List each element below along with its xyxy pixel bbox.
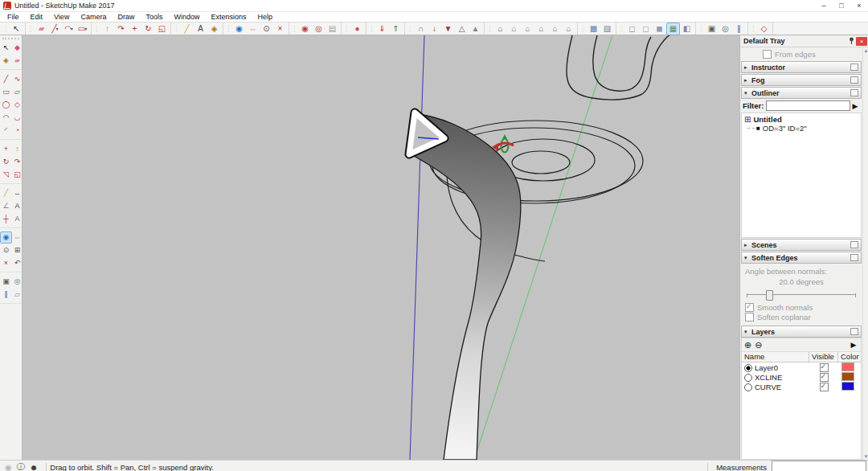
line-dropdown-arrow-icon[interactable]: ▾ [56,26,59,31]
fog-window-button[interactable] [850,76,858,84]
drape-button[interactable]: ▼ [441,23,455,35]
orbit-tool[interactable]: ◉ [0,231,12,244]
menu-file[interactable]: File [2,12,25,22]
outliner-filter-input[interactable] [766,100,850,111]
tray-close-button[interactable]: × [856,37,867,46]
angle-slider[interactable] [747,289,856,299]
layer-visible-checkbox[interactable] [820,373,829,382]
panel-outliner[interactable]: ▾ Outliner [741,87,862,99]
freehand-tool[interactable]: ∿ [11,73,23,85]
arc-tool[interactable]: ◠ [0,112,12,124]
position-camera-tool[interactable]: ▣ [0,276,12,288]
view-back-button[interactable]: ⌂ [548,23,562,35]
select-tool[interactable]: ↖ [0,42,12,54]
menu-help[interactable]: Help [252,12,278,22]
walk-tool[interactable]: ∥ [0,289,12,301]
arc-dropdown-arrow-icon[interactable]: ▾ [71,26,73,31]
sign-in-icon[interactable]: ☻ [30,463,39,471]
from-scratch-button[interactable]: ⇑ [389,23,403,35]
look-around-tool[interactable]: ◎ [11,276,23,288]
zoom-window-tool[interactable]: ⊞ [11,244,23,256]
follow-me-tool[interactable]: ↷ [11,156,23,168]
text-button[interactable]: A [194,23,207,35]
close-button[interactable]: × [850,0,868,11]
panel-layers[interactable]: ▾ Layers [741,326,862,338]
hidden-line-button[interactable]: ◻ [639,23,653,35]
layer-visible-checkbox[interactable] [820,363,829,372]
add-location-button[interactable]: ◉ [298,23,312,35]
shaded-button[interactable]: ◼ [653,23,666,35]
look-around-button[interactable]: ◎ [719,23,732,35]
from-edges-checkbox[interactable] [763,50,772,59]
instructor-window-button[interactable] [850,63,858,71]
push-pull-button[interactable]: ↑ [100,23,114,35]
add-detail-button[interactable]: △ [455,23,469,35]
zoom-extents-tool[interactable]: × [0,257,12,269]
back-edges-button[interactable]: ▨ [600,23,614,35]
soften-coplanar-checkbox[interactable] [745,313,754,322]
x-ray-button[interactable]: ▩ [587,23,600,35]
panel-fog[interactable]: ▸ Fog [741,74,862,86]
rotate-tool[interactable]: ↻ [0,156,12,168]
clear-location-button[interactable]: ◎ [312,23,326,35]
eraser-button[interactable]: ▰ [35,23,48,35]
rectangle-tool[interactable]: ▭ [0,86,12,98]
view-top-button[interactable]: ⌂ [507,23,521,35]
monochrome-button[interactable]: ◧ [680,23,694,35]
two-point-arc-tool[interactable]: ◡ [11,112,23,124]
protractor-tool[interactable]: ∠ [0,200,12,212]
shapes-button[interactable]: ▭▾ [76,23,89,35]
stamp-button[interactable]: ↓ [428,23,441,35]
line-tool[interactable]: ╱ [0,73,12,85]
text-tool[interactable]: A [11,200,23,212]
scale-tool[interactable]: ◹ [0,169,12,181]
pan-tool[interactable]: ⇔ [11,231,23,244]
scroll-down-icon[interactable]: ▼ [864,453,868,460]
layer-visible-checkbox[interactable] [820,383,829,391]
panel-instructor[interactable]: ▸ Instructor [741,61,862,73]
menu-edit[interactable]: Edit [25,12,49,22]
soften-edges-window-button[interactable] [850,254,858,261]
preview-model-in-google-earth-button[interactable]: ● [350,23,364,35]
line-button[interactable]: ╱▾ [48,23,62,35]
model-canvas[interactable] [23,35,739,460]
pin-icon[interactable] [846,37,856,46]
from-contours-button[interactable]: ⇓ [375,23,389,35]
photo-textures-button[interactable]: ▤ [326,23,339,35]
layer-color-swatch[interactable] [841,382,854,391]
layer-current-radio[interactable] [744,374,752,382]
section-plane-tool[interactable]: ▱ [11,289,23,301]
view-left-button[interactable]: ⌂ [562,23,575,35]
make-component-tool[interactable]: ◆ [11,42,23,54]
slider-thumb[interactable] [766,290,773,301]
arc-button[interactable]: ◠▾ [62,23,76,35]
smoove-button[interactable]: ∩ [414,23,428,35]
rotate-button[interactable]: ↻ [141,23,155,35]
section-plane-button[interactable]: ◇ [757,23,771,35]
follow-me-button[interactable]: ↷ [114,23,128,35]
dimension-tool[interactable]: ↔ [11,187,23,199]
layer-current-radio[interactable] [744,364,752,372]
wireframe-button[interactable]: ◻ [625,23,639,35]
scenes-window-button[interactable] [850,241,858,248]
push-pull-tool[interactable]: ↑ [11,143,23,155]
delete-layer-button[interactable]: ⊖ [755,340,762,350]
walk-button[interactable]: ∥ [732,23,746,35]
move-tool[interactable]: + [0,143,12,155]
smooth-normals-checkbox[interactable] [745,303,754,312]
3d-text-tool[interactable]: A [11,213,23,225]
outliner-root-item[interactable]: ⊞ Untitled [744,115,858,124]
zoom-extents-button[interactable]: × [273,23,287,35]
layers-details-button[interactable]: ▶ [849,341,858,349]
select-button[interactable]: ↖ [10,23,23,35]
outliner-details-button[interactable]: ▶ [850,102,860,110]
offset-tool[interactable]: ◱ [11,169,23,181]
layer-row[interactable]: CURVE [742,382,861,391]
layers-window-button[interactable] [850,328,858,335]
outliner-item[interactable]: ■OD=3" ID=2" [747,124,858,133]
axes-tool[interactable]: ┼ [0,213,12,225]
pan-button[interactable]: ⇔ [246,23,260,35]
eraser-tool[interactable]: ▰ [11,55,23,67]
orbit-button[interactable]: ◉ [232,23,246,35]
menu-tools[interactable]: Tools [140,12,168,22]
